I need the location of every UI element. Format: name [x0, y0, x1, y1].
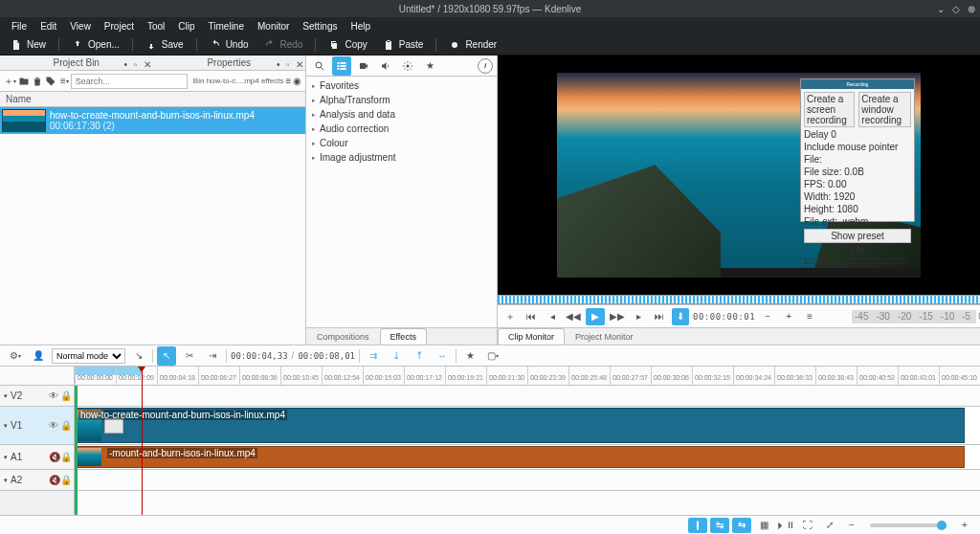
- paste-button[interactable]: Paste: [376, 36, 431, 54]
- zoom-out-icon[interactable]: −: [842, 518, 861, 533]
- add-clip-icon[interactable]: ＋▾: [4, 73, 16, 90]
- tab-effects[interactable]: Effects: [380, 328, 427, 345]
- rewind-icon[interactable]: ◀◀: [565, 308, 582, 325]
- tab-project-monitor[interactable]: Project Monitor: [565, 328, 644, 345]
- snap-icon[interactable]: ⇆: [732, 518, 751, 533]
- timeline-tracks[interactable]: 00:00:00:0000:00:02:0900:00:04:1800:00:0…: [75, 367, 980, 515]
- track-header-v1[interactable]: ▾V1👁🔒: [0, 407, 74, 445]
- fx-cat-colour[interactable]: Colour: [306, 136, 497, 150]
- tag-icon[interactable]: [45, 73, 56, 90]
- audio-effects-icon[interactable]: [376, 56, 395, 76]
- menu-settings[interactable]: Settings: [297, 19, 343, 33]
- zone-icon[interactable]: ⬇: [672, 308, 689, 325]
- favorite-effects-icon[interactable]: ★: [420, 56, 439, 76]
- mute-icon[interactable]: 👁: [49, 390, 58, 401]
- go-next-icon[interactable]: ▸: [630, 308, 647, 325]
- extract-zone-icon[interactable]: ↔: [433, 346, 452, 366]
- play-button[interactable]: ▶: [586, 308, 605, 325]
- fx-cat-audio[interactable]: Audio correction: [306, 122, 497, 136]
- snap-h-icon[interactable]: ↹: [710, 518, 729, 533]
- track-header-v2[interactable]: ▾V2👁🔒: [0, 386, 74, 407]
- bin-item[interactable]: how-to-create-mount-and-burn-isos-in-lin…: [0, 107, 305, 134]
- track-a2[interactable]: [75, 470, 980, 491]
- tc-dec-icon[interactable]: −: [759, 308, 776, 325]
- spacer-tool-icon[interactable]: ⇥: [203, 346, 222, 366]
- zoom-slider[interactable]: [870, 523, 947, 527]
- menu-clip[interactable]: Clip: [172, 19, 200, 33]
- preview-render-icon[interactable]: ▢▾: [483, 346, 502, 366]
- zoom-in-icon[interactable]: +: [955, 518, 974, 533]
- mute-icon[interactable]: 🔇: [49, 452, 58, 462]
- show-audio-icon[interactable]: ⏵⏸: [776, 518, 795, 533]
- tc-inc-icon[interactable]: +: [780, 308, 797, 325]
- tree-view-icon[interactable]: [332, 56, 351, 76]
- copy-button[interactable]: Copy: [322, 36, 373, 54]
- mix-icon[interactable]: ⇉: [364, 346, 383, 366]
- delete-clip-icon[interactable]: [32, 73, 43, 90]
- window-close-icon[interactable]: ⊗: [967, 4, 976, 13]
- save-button[interactable]: Save: [139, 36, 190, 54]
- hamburger-icon[interactable]: ≡: [285, 73, 291, 90]
- lock-icon[interactable]: 🔒: [60, 452, 70, 462]
- clip-monitor-viewport[interactable]: Recording Create a screen recordingCreat…: [498, 56, 980, 295]
- trim-mode-icon[interactable]: ↘: [129, 346, 148, 366]
- fx-cat-analysis[interactable]: Analysis and data: [306, 107, 497, 122]
- lock-icon[interactable]: 🔒: [60, 475, 70, 485]
- razor-tool-icon[interactable]: ✂: [180, 346, 199, 366]
- add-folder-icon[interactable]: [18, 73, 30, 90]
- show-thumbs-icon[interactable]: ▦: [754, 518, 773, 533]
- lock-icon[interactable]: 🔒: [60, 420, 70, 431]
- snap-v-icon[interactable]: [688, 518, 707, 533]
- menu-file[interactable]: File: [6, 19, 33, 33]
- monitor-options-icon[interactable]: ≡: [801, 308, 818, 325]
- add-marker-icon[interactable]: ＋: [501, 308, 519, 325]
- overwrite-zone-icon[interactable]: ⤒: [410, 346, 429, 366]
- monitor-ruler[interactable]: [498, 295, 980, 304]
- options-icon[interactable]: ≡▾: [60, 73, 69, 90]
- track-v2[interactable]: [75, 386, 980, 407]
- render-button[interactable]: Render: [442, 36, 503, 54]
- open-button[interactable]: Open...: [65, 36, 126, 54]
- new-button[interactable]: New: [4, 36, 53, 54]
- tab-clip-monitor[interactable]: Clip Monitor: [498, 328, 565, 345]
- favorite-icon[interactable]: ★: [460, 346, 479, 366]
- tab-compositions[interactable]: Compositions: [306, 328, 380, 345]
- menu-monitor[interactable]: Monitor: [252, 19, 295, 33]
- custom-effects-icon[interactable]: [398, 56, 417, 76]
- undo-button[interactable]: Undo: [203, 36, 256, 54]
- menu-project[interactable]: Project: [99, 19, 140, 33]
- menu-timeline[interactable]: Timeline: [203, 19, 250, 33]
- info-icon[interactable]: i: [478, 58, 493, 74]
- properties-tab[interactable]: Properties•▫✕: [153, 56, 306, 71]
- window-minimize-icon[interactable]: ⌄: [936, 4, 946, 13]
- mute-icon[interactable]: 🔇: [49, 475, 58, 485]
- bin-column-name[interactable]: Name: [0, 92, 305, 107]
- fx-cat-favorites[interactable]: Favorites: [306, 78, 497, 93]
- track-a1[interactable]: -mount-and-burn-isos-in-linux.mp4: [75, 445, 980, 470]
- edit-mode-select[interactable]: Normal mode: [52, 348, 125, 364]
- selection-tool-icon[interactable]: ↖: [157, 346, 176, 366]
- go-prev-icon[interactable]: ◂: [544, 308, 561, 325]
- insert-zone-icon[interactable]: ⤓: [387, 346, 406, 366]
- menu-help[interactable]: Help: [345, 19, 377, 33]
- forward-icon[interactable]: ▶▶: [609, 308, 626, 325]
- go-start-icon[interactable]: ⏮: [523, 308, 540, 325]
- mute-icon[interactable]: 👁: [49, 420, 58, 431]
- video-effects-icon[interactable]: [354, 56, 373, 76]
- track-compositing-icon[interactable]: 👤: [29, 346, 48, 366]
- track-v1[interactable]: how-to-create-mount-and-burn-isos-in-lin…: [75, 407, 980, 445]
- fx-cat-image[interactable]: Image adjustment: [306, 150, 497, 165]
- search-icon[interactable]: [310, 56, 329, 76]
- timeline-clip-audio[interactable]: -mount-and-burn-isos-in-linux.mp4: [75, 446, 965, 468]
- window-maximize-icon[interactable]: ◇: [951, 4, 961, 13]
- menu-view[interactable]: View: [64, 19, 97, 33]
- playhead[interactable]: [142, 367, 143, 515]
- bin-search-input[interactable]: [71, 74, 188, 89]
- menu-tool[interactable]: Tool: [142, 19, 170, 33]
- timeline-clip-video[interactable]: how-to-create-mount-and-burn-isos-in-lin…: [75, 408, 965, 443]
- redo-button[interactable]: Redo: [257, 36, 310, 54]
- fit-zoom-icon[interactable]: ⤢: [820, 518, 839, 533]
- visibility-icon[interactable]: ◉: [293, 73, 301, 90]
- track-header-a1[interactable]: ▾A1🔇🔒: [0, 445, 74, 470]
- go-end-icon[interactable]: ⏭: [651, 308, 668, 325]
